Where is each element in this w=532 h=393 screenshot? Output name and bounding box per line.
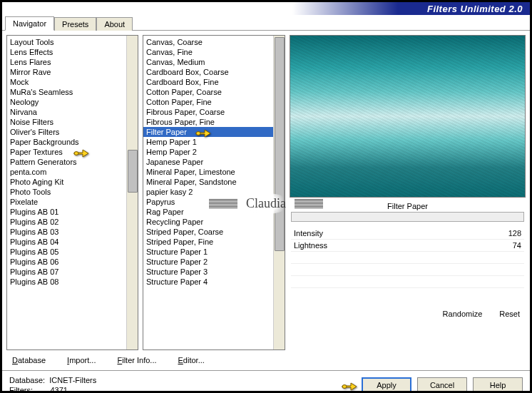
list-item[interactable]: Plugins AB 03 <box>7 227 138 237</box>
pointer-hand-icon <box>341 379 358 392</box>
progress-bar <box>291 212 524 222</box>
list-item[interactable]: Mock <box>7 77 138 87</box>
main-area: Layout ToolsLens EffectsLens FlaresMirro… <box>2 31 530 350</box>
param-row-empty <box>291 264 524 276</box>
list-item[interactable]: penta.com <box>7 167 138 177</box>
status-db-label: Database: <box>9 376 45 384</box>
tab-presets[interactable]: Presets <box>54 17 96 31</box>
param-row[interactable]: Lightness74 <box>291 240 524 252</box>
param-row[interactable]: Intensity128 <box>291 228 524 240</box>
list-item[interactable]: Mirror Rave <box>7 67 138 77</box>
list-item[interactable]: Cardboard Box, Coarse <box>143 67 285 77</box>
list-item[interactable]: Plugins AB 06 <box>7 257 138 267</box>
list-item[interactable]: Canvas, Coarse <box>143 37 285 47</box>
database-link[interactable]: Database <box>12 356 46 364</box>
category-list-panel: Layout ToolsLens EffectsLens FlaresMirro… <box>6 35 138 350</box>
category-list[interactable]: Layout ToolsLens EffectsLens FlaresMirro… <box>7 36 138 288</box>
list-item[interactable]: Canvas, Fine <box>143 47 285 57</box>
list-item[interactable]: MuRa's Seamless <box>7 87 138 97</box>
list-item[interactable]: Structure Paper 2 <box>143 257 285 267</box>
list-item[interactable]: Photo Tools <box>7 187 138 197</box>
list-item[interactable]: Plugins AB 05 <box>7 247 138 257</box>
list-item[interactable]: Structure Paper 4 <box>143 277 285 287</box>
filter-list-panel: Canvas, CoarseCanvas, FineCanvas, Medium… <box>143 35 285 350</box>
list-item[interactable]: Pattern Generators <box>7 157 138 167</box>
editor-link[interactable]: Editor... <box>178 356 205 364</box>
list-item[interactable]: Oliver's Filters <box>7 127 138 137</box>
preview-image <box>290 35 526 198</box>
list-item[interactable]: Mineral Paper, Sandstone <box>143 177 285 187</box>
list-item[interactable]: Plugins AB 02 <box>7 217 138 227</box>
list-item[interactable]: Structure Paper 1 <box>143 247 285 257</box>
filter-list[interactable]: Canvas, CoarseCanvas, FineCanvas, Medium… <box>143 36 285 288</box>
list-item[interactable]: Cotton Paper, Fine <box>143 97 285 107</box>
list-item[interactable]: Recycling Paper <box>143 217 285 227</box>
tab-navigator[interactable]: Navigator <box>5 16 54 31</box>
list-item[interactable]: Fibrous Paper, Fine <box>143 117 285 127</box>
list-item[interactable]: Cardboard Box, Fine <box>143 77 285 87</box>
list-item[interactable]: Hemp Paper 2 <box>143 147 285 157</box>
list-item[interactable]: Lens Flares <box>7 57 138 67</box>
list-item[interactable]: Paper Textures <box>7 147 138 157</box>
apply-button[interactable]: Apply <box>362 377 411 393</box>
status-filters-label: Filters: <box>9 386 33 393</box>
help-button[interactable]: Help <box>473 377 523 393</box>
list-item[interactable]: Pixelate <box>7 197 138 207</box>
list-item[interactable]: Plugins AB 07 <box>7 267 138 277</box>
param-name: Lightness <box>294 241 327 250</box>
list-item[interactable]: Mineral Paper, Limestone <box>143 167 285 177</box>
list-item[interactable]: Structure Paper 3 <box>143 267 285 277</box>
param-value: 128 <box>508 229 521 238</box>
list-item[interactable]: Plugins AB 01 <box>7 207 138 217</box>
import-link[interactable]: Import... <box>67 356 96 364</box>
list-item[interactable]: Noise Filters <box>7 117 138 127</box>
randomize-button[interactable]: Randomize <box>443 310 483 318</box>
param-row-empty <box>291 252 524 264</box>
watermark-text: Claudia <box>242 193 290 214</box>
filter-scrollbar[interactable] <box>273 36 285 349</box>
list-item[interactable]: Filter Paper <box>143 127 285 137</box>
parameter-list: Intensity128Lightness74 <box>290 228 526 300</box>
app-title: Filters Unlimited 2.0 <box>427 4 523 14</box>
svg-point-0 <box>74 152 78 155</box>
list-item[interactable]: Nirvana <box>7 107 138 117</box>
right-buttons: RandomizeReset <box>290 300 526 318</box>
param-row-empty <box>291 276 524 288</box>
list-item[interactable]: Plugins AB 08 <box>7 277 138 287</box>
status-filters-value: 4371 <box>50 386 67 393</box>
list-item[interactable]: Lens Effects <box>7 47 138 57</box>
list-item[interactable]: Neology <box>7 97 138 107</box>
watermark: Claudia <box>209 193 323 214</box>
list-item[interactable]: Striped Paper, Fine <box>143 237 285 247</box>
list-item[interactable]: Plugins AB 04 <box>7 237 138 247</box>
current-filter-label: Filter Paper <box>290 198 526 212</box>
category-scrollbar[interactable] <box>126 36 138 349</box>
tab-about[interactable]: About <box>96 17 133 31</box>
list-item[interactable]: Canvas, Medium <box>143 57 285 67</box>
tab-strip: NavigatorPresetsAbout <box>2 15 530 31</box>
param-name: Intensity <box>294 229 323 238</box>
scrollbar-thumb[interactable] <box>275 37 285 251</box>
list-item[interactable]: Fibrous Paper, Coarse <box>143 107 285 117</box>
param-value: 74 <box>513 241 521 250</box>
cancel-button[interactable]: Cancel <box>417 377 467 393</box>
list-item[interactable]: Photo Aging Kit <box>7 177 138 187</box>
svg-point-2 <box>342 385 347 389</box>
list-item[interactable]: Paper Backgrounds <box>7 137 138 147</box>
title-bar: Filters Unlimited 2.0 <box>2 2 530 15</box>
right-column: Filter Paper Intensity128Lightness74 Ran… <box>290 35 526 350</box>
reset-button[interactable]: Reset <box>499 310 520 318</box>
list-item[interactable]: Striped Paper, Coarse <box>143 227 285 237</box>
scrollbar-thumb[interactable] <box>128 150 138 193</box>
bottom-buttons: ApplyCancelHelp <box>362 377 523 393</box>
list-item[interactable]: Hemp Paper 1 <box>143 137 285 147</box>
list-item[interactable]: Layout Tools <box>7 37 138 47</box>
link-bar: DatabaseImport...Filter Info...Editor... <box>2 350 530 370</box>
list-item[interactable]: Cotton Paper, Coarse <box>143 87 285 97</box>
param-row-empty <box>291 288 524 300</box>
filterinfo-link[interactable]: Filter Info... <box>117 356 156 364</box>
status-text: Database: ICNET-Filters Filters: 4371 <box>9 375 96 393</box>
status-bar: Database: ICNET-Filters Filters: 4371 Ap… <box>2 370 530 393</box>
list-item[interactable]: Japanese Paper <box>143 157 285 167</box>
status-db-value: ICNET-Filters <box>49 376 96 384</box>
